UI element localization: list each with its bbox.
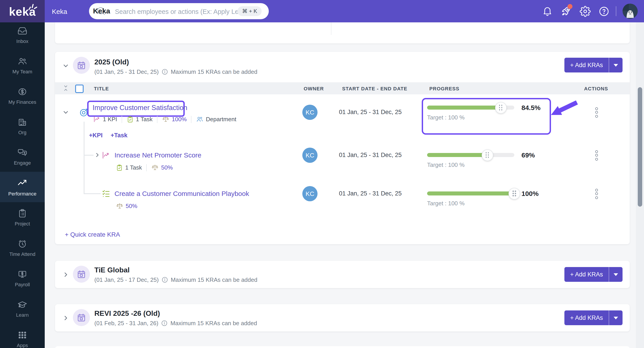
global-search[interactable]: Keka ⌘ + K [89, 3, 269, 19]
progress-drag-handle[interactable] [508, 188, 520, 199]
sidebar-item-project[interactable]: Project [0, 202, 45, 232]
inbox-icon [18, 26, 27, 36]
group-subtitle: (01 Jan, 25 - 17 Dec, 25) Maximum 15 KRA… [94, 276, 258, 283]
search-shortcut-badge: ⌘ + K [238, 6, 262, 16]
annotation-arrow [550, 100, 579, 120]
progress-drag-handle[interactable] [495, 102, 507, 114]
sidebar-label: Inbox [16, 38, 28, 44]
info-icon [161, 320, 168, 326]
group-calendar-badge [73, 266, 90, 283]
table-header: TITLE OWNER START DATE - END DATE PROGRE… [55, 82, 630, 94]
whats-new-rocket-icon[interactable] [557, 0, 576, 22]
notifications-bell-icon[interactable] [538, 0, 557, 22]
sidebar-label: My Team [12, 69, 32, 74]
kra-group-tie-global: TiE Global (01 Jan, 25 - 17 Dec, 25) Max… [55, 261, 630, 288]
group-calendar-badge [73, 309, 90, 326]
kpi-title-link[interactable]: Increase Net Promoter Score [114, 151, 202, 159]
progress-bar [427, 192, 514, 196]
sidebar-label: Engage [14, 160, 31, 166]
keka-logo[interactable]: keka [0, 0, 45, 22]
sidebar-item-payroll[interactable]: Payroll [0, 263, 45, 294]
task-clipboard-icon [116, 164, 123, 171]
progress-value: 84.5% [522, 104, 540, 112]
help-icon[interactable] [594, 0, 613, 22]
engage-icon [18, 148, 27, 158]
sidebar-label: Project [15, 221, 30, 226]
weight: 50% [152, 164, 173, 171]
progress-bar [427, 153, 514, 157]
calendar-icon [76, 60, 86, 70]
add-kras-button[interactable]: + Add KRAs [564, 267, 622, 282]
add-kpi-link[interactable]: +KPI [89, 132, 103, 139]
department-people-icon [196, 116, 204, 123]
collapse-all-icon[interactable] [62, 84, 69, 92]
quick-create-kra-link[interactable]: + Quick create KRA [65, 231, 120, 238]
sidebar-item-learn[interactable]: Learn [0, 294, 45, 324]
kra-title-link[interactable]: Improve Customer Satisfaction [92, 104, 188, 112]
progress-target: Target : 100 % [427, 200, 465, 207]
my-finances-icon [18, 87, 27, 96]
sidebar-item-apps[interactable]: Apps [0, 324, 45, 348]
kra-meta: 1 KPI 1 Task 100% Department [93, 116, 236, 123]
group-collapse-chevron-icon[interactable] [62, 62, 69, 69]
sidebar-item-inbox[interactable]: Inbox [0, 20, 45, 50]
sidebar-item-my-team[interactable]: My Team [0, 50, 45, 80]
group-expand-chevron-icon[interactable] [62, 272, 69, 278]
app-title: Keka [52, 0, 67, 22]
next-card-partial [55, 346, 630, 348]
search-input[interactable] [114, 5, 241, 18]
row-actions-menu[interactable] [591, 107, 602, 118]
app: keka Keka Keka ⌘ + K [0, 0, 644, 348]
progress-target: Target : 100 % [427, 114, 465, 121]
sidebar-item-engage[interactable]: Engage [0, 141, 45, 172]
scrollbar-thumb[interactable] [638, 87, 642, 207]
performance-icon [17, 178, 28, 188]
group-expand-chevron-icon[interactable] [62, 315, 69, 321]
row-actions-menu[interactable] [591, 188, 602, 199]
group-title: REVI 2025 -26 (Old) [94, 310, 160, 318]
sidebar-item-performance[interactable]: Performance [0, 172, 45, 202]
task-title-link[interactable]: Create a Customer Communication Playbook [114, 190, 249, 197]
add-task-link[interactable]: +Task [111, 132, 128, 139]
sidebar-item-org[interactable]: Org [0, 111, 45, 141]
sidebar-label: Org [18, 130, 26, 135]
progress-bar [427, 106, 514, 110]
tree-line-task [84, 193, 100, 194]
task-checklist-icon [102, 189, 110, 198]
progress-drag-handle[interactable] [482, 149, 493, 161]
progress-target: Target : 100 % [427, 162, 465, 168]
sidebar-item-my-finances[interactable]: My Finances [0, 80, 45, 111]
my-team-icon [18, 56, 27, 66]
scope: Department [196, 116, 236, 123]
kpi-row-chevron-icon[interactable] [94, 152, 100, 158]
weight: 50% [116, 202, 137, 210]
weight-scale-icon [162, 116, 170, 123]
group-title: 2025 (Old) [94, 58, 129, 66]
group-title: TiE Global [94, 266, 130, 274]
add-kras-button[interactable]: + Add KRAs [564, 310, 622, 325]
col-actions: ACTIONS [584, 86, 608, 91]
top-bar: keka Keka Keka ⌘ + K [0, 0, 644, 22]
owner-avatar[interactable]: KC [302, 186, 318, 201]
add-kras-button[interactable]: + Add KRAs [564, 58, 622, 72]
sidebar-item-time-attend[interactable]: Time Attend [0, 232, 45, 263]
info-icon [162, 276, 168, 283]
scrollbar[interactable] [636, 22, 644, 348]
progress-fill [427, 192, 514, 196]
select-all-checkbox[interactable] [75, 84, 84, 93]
sidebar-label: My Finances [8, 99, 36, 105]
add-kras-dropdown[interactable] [609, 58, 622, 72]
add-kras-dropdown[interactable] [609, 267, 622, 282]
task-count: 1 Task [126, 116, 153, 123]
owner-avatar[interactable]: KC [302, 105, 318, 120]
user-avatar[interactable] [622, 4, 638, 19]
add-kras-dropdown[interactable] [609, 310, 622, 325]
row-dates: 01 Jan, 25 - 31 Dec, 25 [332, 152, 408, 158]
weight-scale-icon [116, 202, 124, 210]
settings-gear-icon[interactable] [576, 0, 594, 22]
owner-avatar[interactable]: KC [302, 148, 318, 163]
kra-row-chevron-icon[interactable] [62, 109, 69, 116]
row-actions-menu[interactable] [591, 150, 602, 160]
project-icon [18, 208, 27, 218]
sidebar-label: Apps [17, 343, 28, 348]
